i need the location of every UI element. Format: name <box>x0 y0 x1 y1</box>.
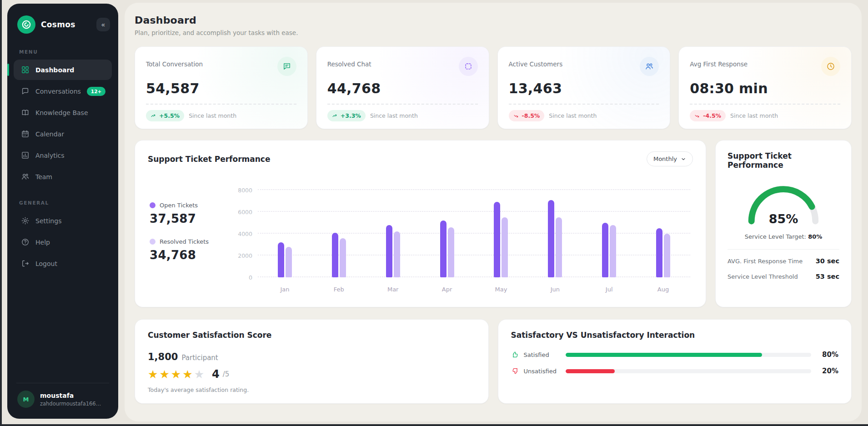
csat-card-title: Customer Satisfaction Score <box>148 331 476 340</box>
trend-up-icon <box>332 113 338 119</box>
progress-fill <box>566 353 762 357</box>
period-select[interactable]: Monthly <box>647 151 693 166</box>
sidebar-item-label: Dashboard <box>35 66 74 74</box>
rating-denominator: /5 <box>223 370 230 378</box>
trend-badge: +3.3% <box>327 110 366 121</box>
interaction-label: Satisfied <box>524 351 561 358</box>
y-axis-tick: 0 <box>232 274 252 281</box>
chat-icon <box>21 87 30 95</box>
interaction-percent: 80% <box>816 351 838 359</box>
active-indicator <box>7 64 9 76</box>
sidebar: Cosmos « MENU Dashboard Conversations 12… <box>7 4 118 419</box>
bar-group-jul <box>582 223 636 277</box>
bar-open-tickets <box>386 225 392 277</box>
bar-open-tickets <box>440 221 447 277</box>
interaction-card-title: Satisfactory VS Unsatisfactory Interacti… <box>511 331 839 340</box>
legend-item-resolved-tickets: Resolved Tickets 34,768 <box>150 238 232 262</box>
bar-resolved-tickets <box>610 225 616 277</box>
logo-row: Cosmos « <box>7 4 118 43</box>
dashed-divider <box>509 104 659 105</box>
stat-card-total-conversation: Total Conversation 54,587 +5.5% Since la… <box>135 46 308 129</box>
chevron-down-icon <box>681 156 686 162</box>
thumbs-down-icon <box>511 367 519 375</box>
y-axis-tick: 4000 <box>232 231 252 237</box>
chart-title: Support Ticket Performance <box>148 155 270 164</box>
sidebar-item-logout[interactable]: Logout <box>14 253 112 274</box>
user-email: zahdourmoustafa166@… <box>40 401 106 407</box>
gauge-stat-row: AVG. First Response Time 30 sec <box>728 253 839 269</box>
message-icon <box>277 57 296 76</box>
legend-total: 34,768 <box>150 248 232 262</box>
thumbs-up-icon <box>511 351 519 359</box>
legend-dot <box>150 239 156 245</box>
x-axis-label: Apr <box>420 286 474 293</box>
user-name: moustafa <box>40 392 106 399</box>
sidebar-item-label: Calendar <box>35 130 64 138</box>
logo-title: Cosmos <box>41 20 75 29</box>
stat-card-avg-first-response: Avg First Response 08:30 min -4.5% Since… <box>678 46 852 129</box>
participants: 1,800 Participant <box>148 351 476 362</box>
sidebar-item-analytics[interactable]: Analytics <box>14 145 112 165</box>
sidebar-item-settings[interactable]: Settings <box>14 210 112 231</box>
bar-group-jun <box>528 200 582 277</box>
sidebar-item-dashboard[interactable]: Dashboard <box>14 60 112 80</box>
stat-card-row: Total Conversation 54,587 +5.5% Since la… <box>135 46 852 129</box>
app-root: Cosmos « MENU Dashboard Conversations 12… <box>2 0 868 424</box>
sidebar-item-team[interactable]: Team <box>14 166 112 187</box>
interaction-row-satisfied: Satisfied 80% <box>511 351 839 359</box>
stat-title: Resolved Chat <box>327 57 371 68</box>
general-section-label: GENERAL <box>19 200 106 205</box>
sidebar-item-help[interactable]: Help <box>14 232 112 252</box>
trend-note: Since last month <box>370 112 418 119</box>
y-axis-tick: 8000 <box>232 187 252 194</box>
help-icon <box>21 238 30 246</box>
stat-title: Active Customers <box>509 57 563 68</box>
trend-down-icon <box>694 113 701 119</box>
bar-open-tickets <box>332 233 338 277</box>
legend-label: Resolved Tickets <box>160 238 209 245</box>
bar-resolved-tickets <box>502 217 508 277</box>
bar-open-tickets <box>494 202 500 277</box>
sidebar-item-label: Analytics <box>35 152 65 159</box>
stat-card-active-customers: Active Customers 13,463 -8.5% Since last… <box>497 46 671 129</box>
x-axis-labels: JanFebMarAprMayJunJulAug <box>258 286 690 293</box>
sidebar-item-conversations[interactable]: Conversations 12+ <box>14 81 112 101</box>
bar-resolved-tickets <box>286 247 292 277</box>
menu-section-label: MENU <box>19 49 106 55</box>
middle-row: Support Ticket Performance Monthly Open … <box>135 140 852 307</box>
bar-open-tickets <box>278 242 284 277</box>
dashed-divider <box>327 104 478 105</box>
trend-note: Since last month <box>549 112 597 119</box>
x-axis-label: Mar <box>366 286 420 293</box>
divider <box>728 249 839 250</box>
trend-down-icon <box>513 113 520 119</box>
progress-track <box>566 369 812 373</box>
avatar: M <box>17 391 35 408</box>
dashed-divider <box>146 104 296 105</box>
gauge-card: Support Ticket Performance 85% Service L… <box>715 140 852 307</box>
star-icon: ★ <box>171 368 181 381</box>
trend-badge: -4.5% <box>690 110 726 121</box>
users-icon <box>640 57 659 76</box>
bar-resolved-tickets <box>340 238 346 277</box>
sidebar-collapse-button[interactable]: « <box>96 18 110 31</box>
stat-value: 54,587 <box>146 80 296 96</box>
sidebar-item-knowledge-base[interactable]: Knowledge Base <box>14 102 112 123</box>
trend-up-icon <box>151 113 157 119</box>
interaction-percent: 20% <box>816 367 838 375</box>
trend-note: Since last month <box>730 112 778 119</box>
cosmos-logo-icon <box>17 15 35 34</box>
user-profile[interactable]: M moustafa zahdourmoustafa166@… <box>16 383 109 419</box>
sidebar-item-calendar[interactable]: Calendar <box>14 124 112 144</box>
chart-legend: Open Tickets 37,587 Resolved Tickets 34,… <box>148 171 232 293</box>
service-level-target: Service Level Target: 80% <box>728 233 839 240</box>
star-icon: ★ <box>159 368 169 381</box>
bar-open-tickets <box>656 228 662 277</box>
legend-dot <box>150 202 156 208</box>
legend-total: 37,587 <box>150 212 232 226</box>
dashed-divider <box>690 104 840 105</box>
x-axis-label: Feb <box>312 286 366 293</box>
csat-caption: Today's average satisfaction rating. <box>148 386 476 393</box>
bar-group-aug <box>636 228 690 277</box>
period-select-value: Monthly <box>653 155 677 162</box>
